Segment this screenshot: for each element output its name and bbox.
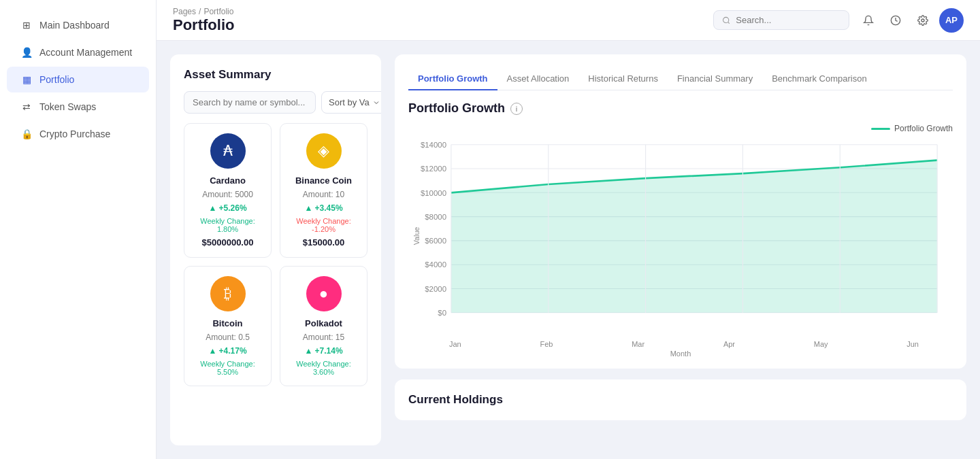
sidebar-item-portfolio[interactable]: ▦Portfolio	[7, 67, 149, 92]
gear-icon	[917, 15, 928, 26]
breadcrumb-sep: /	[199, 7, 201, 16]
asset-logo-dot: ●	[306, 276, 342, 311]
header-icons: AP	[858, 8, 964, 33]
asset-amount-bnb: Amount: 10	[303, 190, 344, 199]
chart-tab-portfolio-growth[interactable]: Portfolio Growth	[408, 68, 497, 90]
chart-tab-asset-allocation[interactable]: Asset Allocation	[497, 68, 579, 90]
asset-name-ada: Cardano	[210, 175, 246, 186]
svg-text:$2000: $2000	[425, 285, 446, 293]
chart-legend: Portfolio Growth	[408, 124, 953, 133]
sidebar-label-portfolio: Portfolio	[39, 74, 74, 85]
sidebar-item-account-management[interactable]: 👤Account Management	[7, 39, 149, 65]
legend-line	[871, 128, 890, 130]
breadcrumb-current: Portfolio	[203, 7, 233, 16]
legend-label: Portfolio Growth	[894, 124, 953, 133]
asset-card-bnb[interactable]: ◈ Binance Coin Amount: 10 ▲ +3.45% Weekl…	[280, 123, 368, 258]
svg-text:$14000: $14000	[421, 141, 446, 149]
breadcrumb: Pages / Portfolio	[173, 7, 234, 16]
sort-button[interactable]: Sort by Va	[321, 91, 381, 114]
chart-title-row: Portfolio Growth i	[408, 101, 953, 116]
chevron-down-icon	[372, 99, 380, 107]
avatar[interactable]: AP	[939, 8, 964, 33]
right-panel: Portfolio GrowthAsset AllocationHistoric…	[395, 54, 966, 445]
svg-text:$6000: $6000	[425, 237, 446, 245]
settings-button[interactable]	[912, 10, 934, 31]
holdings-card: Current Holdings	[395, 379, 966, 420]
asset-weekly-btc: Weekly Change:5.50%	[200, 360, 255, 376]
svg-text:$12000: $12000	[421, 165, 446, 173]
asset-change-pct-bnb: ▲ +3.45%	[304, 203, 342, 213]
x-axis-labels: Jan Feb Mar Apr May Jun	[408, 337, 953, 348]
asset-name-bnb: Binance Coin	[295, 175, 352, 186]
svg-line-1	[728, 22, 730, 23]
sidebar-label-main-dashboard: Main Dashboard	[39, 20, 110, 31]
clock-button[interactable]	[885, 10, 906, 31]
header: Pages / Portfolio Portfolio	[157, 0, 980, 41]
asset-weekly-bnb: Weekly Change:-1.20%	[296, 217, 351, 233]
chart-tab-benchmark-comparison[interactable]: Benchmark Comparison	[762, 68, 876, 90]
holdings-title: Current Holdings	[408, 393, 953, 407]
chart-title: Portfolio Growth	[408, 101, 505, 116]
svg-text:$10000: $10000	[421, 189, 446, 197]
asset-change-pct-ada: ▲ +5.26%	[208, 203, 246, 213]
asset-logo-btc: ₿	[210, 276, 246, 311]
sidebar-item-token-swaps[interactable]: ⇄Token Swaps	[7, 94, 149, 120]
sidebar-icon-main-dashboard: ⊞	[20, 19, 33, 31]
header-left: Pages / Portfolio Portfolio	[173, 7, 234, 34]
svg-point-0	[723, 17, 729, 22]
svg-text:Value: Value	[412, 227, 421, 245]
asset-grid: ₳ Cardano Amount: 5000 ▲ +5.26% Weekly C…	[184, 123, 368, 386]
page-title: Portfolio	[173, 16, 234, 34]
sidebar-icon-account-management: 👤	[20, 46, 33, 58]
asset-logo-bnb: ◈	[306, 133, 342, 169]
asset-amount-btc: Amount: 0.5	[206, 333, 250, 342]
asset-value-bnb: $15000.00	[303, 237, 344, 248]
sidebar-icon-token-swaps: ⇄	[20, 101, 33, 113]
clock-icon	[890, 15, 901, 26]
asset-card-ada[interactable]: ₳ Cardano Amount: 5000 ▲ +5.26% Weekly C…	[184, 123, 272, 258]
asset-card-dot[interactable]: ● Polkadot Amount: 15 ▲ +7.14% Weekly Ch…	[280, 266, 368, 386]
portfolio-growth-chart: Value $0$2000$4000$6000$8000$10000$12000…	[408, 137, 953, 335]
sort-label: Sort by Va	[329, 97, 370, 107]
svg-text:$4000: $4000	[425, 261, 446, 269]
search-input[interactable]	[736, 15, 840, 25]
sidebar-item-crypto-purchase[interactable]: 🔒Crypto Purchase	[7, 121, 149, 147]
sidebar-label-crypto-purchase: Crypto Purchase	[39, 129, 110, 139]
sidebar-icon-portfolio: ▦	[20, 73, 33, 86]
header-right: AP	[713, 8, 964, 33]
sidebar-icon-crypto-purchase: 🔒	[20, 128, 33, 140]
asset-weekly-ada: Weekly Change:1.80%	[200, 217, 255, 233]
asset-value-ada: $5000000.00	[202, 237, 254, 248]
svg-text:$0: $0	[438, 309, 446, 317]
sidebar-label-account-management: Account Management	[39, 47, 132, 58]
asset-change-pct-btc: ▲ +4.17%	[208, 346, 246, 356]
main-content: Pages / Portfolio Portfolio	[157, 0, 980, 459]
sidebar-label-token-swaps: Token Swaps	[39, 101, 96, 112]
chart-tab-financial-summary[interactable]: Financial Summary	[668, 68, 762, 90]
chart-tabs: Portfolio GrowthAsset AllocationHistoric…	[408, 68, 953, 90]
svg-text:$8000: $8000	[425, 213, 446, 221]
content-area: Asset Summary Sort by Va ₳ Cardano Amoun…	[157, 41, 980, 459]
asset-name-dot: Polkadot	[305, 318, 342, 328]
asset-amount-ada: Amount: 5000	[202, 190, 253, 199]
notification-bell-button[interactable]	[858, 10, 879, 31]
search-box[interactable]	[713, 10, 849, 30]
asset-search-row: Sort by Va	[184, 91, 368, 114]
x-axis-title: Month	[408, 350, 953, 358]
chart-area: Portfolio Growth Value $0$2000$4000$6000…	[408, 124, 953, 355]
search-icon	[722, 16, 730, 25]
sidebar: ⊞Main Dashboard👤Account Management▦Portf…	[0, 0, 157, 459]
breadcrumb-pages: Pages	[173, 7, 196, 16]
asset-card-btc[interactable]: ₿ Bitcoin Amount: 0.5 ▲ +4.17% Weekly Ch…	[184, 266, 272, 386]
asset-summary-title: Asset Summary	[184, 68, 368, 82]
svg-point-3	[921, 19, 924, 22]
asset-amount-dot: Amount: 15	[303, 333, 344, 342]
asset-logo-ada: ₳	[210, 133, 246, 169]
chart-card: Portfolio GrowthAsset AllocationHistoric…	[395, 54, 966, 369]
sidebar-item-main-dashboard[interactable]: ⊞Main Dashboard	[7, 12, 149, 38]
asset-search-input[interactable]	[184, 91, 316, 114]
asset-change-pct-dot: ▲ +7.14%	[304, 346, 342, 356]
chart-tab-historical-returns[interactable]: Historical Returns	[578, 68, 668, 90]
info-icon[interactable]: i	[510, 103, 523, 115]
asset-summary-panel: Asset Summary Sort by Va ₳ Cardano Amoun…	[170, 54, 381, 445]
